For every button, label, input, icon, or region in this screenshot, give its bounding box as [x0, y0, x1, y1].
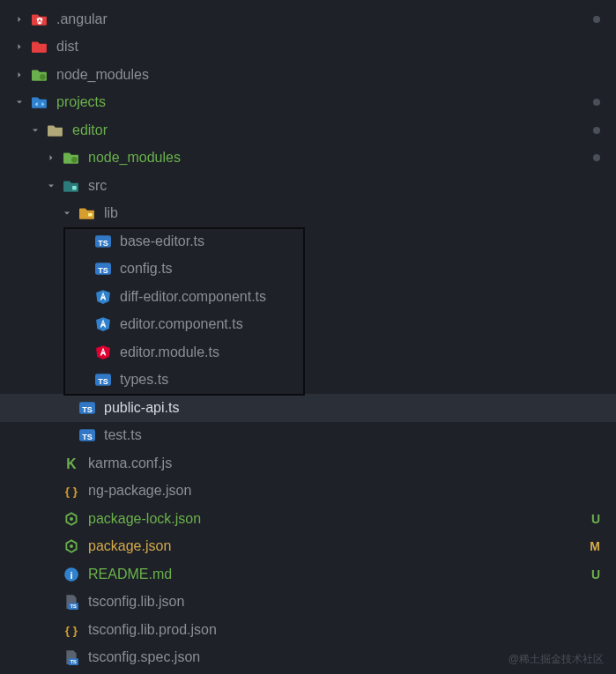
tree-item-label: src	[88, 178, 600, 194]
karma-icon: K	[63, 456, 79, 471]
tree-row[interactable]: Kkarma.conf.js	[0, 449, 616, 478]
git-status-badge: U	[591, 567, 600, 581]
svg-text:TS: TS	[82, 433, 93, 441]
ts-icon: TS	[95, 372, 111, 388]
tree-row[interactable]: .angular	[0, 5, 616, 33]
status-dot-icon	[593, 127, 600, 134]
ng-blue-icon	[95, 316, 111, 332]
svg-text:{ }: { }	[65, 623, 78, 636]
svg-point-1	[71, 157, 78, 163]
tree-row[interactable]: package.jsonM	[0, 533, 616, 561]
folder-blue-icon	[32, 94, 48, 110]
ts-icon: TS	[79, 427, 95, 443]
tree-item-label: karma.conf.js	[88, 456, 600, 471]
status-dot-icon	[593, 16, 600, 23]
chevron-down-icon[interactable]	[60, 206, 74, 220]
tree-row[interactable]: TStest.ts	[0, 422, 616, 450]
svg-point-0	[40, 74, 46, 80]
tree-item-label: lib	[104, 205, 600, 221]
tree-item-label: README.md	[88, 567, 584, 582]
tree-item-label: diff-editor.component.ts	[120, 289, 600, 305]
svg-text:K: K	[66, 456, 77, 470]
tree-item-label: editor.component.ts	[120, 316, 600, 332]
folder-red-icon	[32, 39, 48, 55]
chevron-down-icon[interactable]	[44, 179, 58, 193]
folder-plain-icon	[48, 122, 63, 138]
svg-text:TS: TS	[98, 238, 108, 247]
npm-icon	[63, 538, 79, 554]
info-icon: i	[63, 567, 79, 582]
watermark: @稀土掘金技术社区	[508, 652, 604, 667]
tree-row[interactable]: projects	[0, 89, 616, 117]
tree-row[interactable]: editor.module.ts	[0, 338, 616, 367]
tree-row[interactable]: editor.component.ts	[0, 311, 616, 339]
tsconf-icon: TS	[63, 594, 79, 610]
svg-text:TS: TS	[71, 604, 77, 610]
chevron-down-icon[interactable]	[12, 95, 26, 109]
tree-item-label: base-editor.ts	[120, 233, 600, 249]
tree-row[interactable]: TSconfig.ts	[0, 256, 616, 284]
tree-row[interactable]: node_modules	[0, 61, 616, 89]
ng-blue-icon	[95, 289, 111, 305]
tree-item-label: node_modules	[88, 150, 586, 166]
folder-angular-icon	[32, 11, 48, 27]
tree-row[interactable]: lib	[0, 200, 616, 228]
ts-icon: TS	[79, 400, 95, 416]
tree-item-label: package-lock.json	[88, 511, 584, 527]
svg-text:TS: TS	[82, 404, 93, 413]
svg-point-15	[70, 517, 73, 521]
tree-item-label: projects	[56, 94, 586, 110]
tree-item-label: tsconfig.lib.prod.json	[88, 622, 600, 638]
chevron-right-icon[interactable]	[44, 151, 58, 165]
git-status-badge: U	[591, 512, 600, 526]
tree-item-label: package.json	[88, 538, 583, 554]
chevron-down-icon[interactable]	[28, 123, 42, 137]
folder-lib-icon	[79, 205, 95, 221]
tree-item-label: test.ts	[104, 427, 600, 443]
tree-row[interactable]: TStsconfig.lib.json	[0, 589, 616, 617]
tree-item-label: tsconfig.lib.json	[88, 594, 600, 610]
tree-item-label: .angular	[56, 11, 586, 27]
tree-row[interactable]: package-lock.jsonU	[0, 505, 616, 533]
tree-row[interactable]: TStypes.ts	[0, 367, 616, 395]
svg-point-16	[70, 544, 73, 548]
chevron-right-icon[interactable]	[12, 12, 26, 26]
ts-icon: TS	[95, 261, 111, 277]
tree-item-label: editor	[72, 122, 586, 138]
tree-row[interactable]: iREADME.mdU	[0, 560, 616, 589]
folder-teal-icon	[63, 178, 79, 194]
tree-row[interactable]: { }ng-package.json	[0, 478, 616, 506]
git-status-badge: M	[590, 539, 600, 553]
svg-text:{ }: { }	[65, 485, 78, 498]
tree-row[interactable]: src	[0, 172, 616, 200]
ng-red-icon	[95, 344, 111, 360]
chevron-right-icon[interactable]	[12, 40, 26, 54]
tree-row[interactable]: dist	[0, 33, 616, 62]
svg-text:TS: TS	[71, 660, 77, 665]
json-icon: { }	[63, 622, 79, 638]
tree-item-label: public-api.ts	[104, 400, 600, 416]
folder-green-icon	[32, 67, 48, 83]
chevron-right-icon[interactable]	[12, 68, 26, 82]
svg-rect-2	[88, 213, 93, 216]
status-dot-icon	[593, 154, 600, 161]
folder-green-icon	[63, 150, 79, 166]
json-icon: { }	[63, 483, 79, 499]
status-dot-icon	[593, 99, 600, 106]
svg-text:TS: TS	[98, 377, 108, 386]
tree-row[interactable]: TSbase-editor.ts	[0, 227, 616, 256]
ts-icon: TS	[95, 233, 111, 249]
tree-row[interactable]: { }tsconfig.lib.prod.json	[0, 616, 616, 644]
file-tree: .angulardistnode_modulesprojectseditorno…	[0, 0, 616, 674]
tree-row[interactable]: node_modules	[0, 144, 616, 173]
tree-item-label: node_modules	[56, 67, 600, 83]
svg-text:i: i	[70, 569, 72, 580]
tree-row[interactable]: TSpublic-api.ts	[0, 394, 616, 422]
tree-item-label: ng-package.json	[88, 483, 600, 499]
tree-item-label: types.ts	[120, 372, 600, 388]
tree-row[interactable]: diff-editor.component.ts	[0, 283, 616, 311]
tree-row[interactable]: editor	[0, 116, 616, 144]
npm-icon	[63, 511, 79, 527]
tree-item-label: editor.module.ts	[120, 344, 600, 360]
tree-item-label: config.ts	[120, 261, 600, 277]
